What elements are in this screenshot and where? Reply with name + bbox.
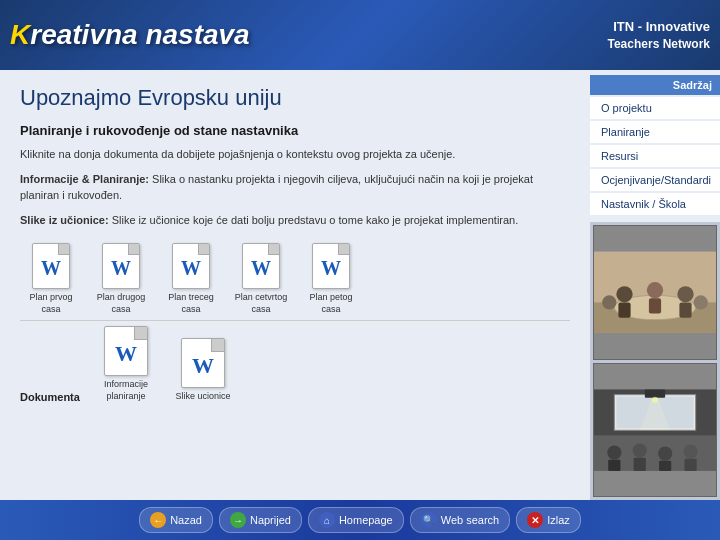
- itn-network: Network: [659, 37, 710, 51]
- itn-logo: ITN - Innovative Teachers Network: [608, 18, 711, 53]
- doc-icon-2: W: [102, 243, 140, 289]
- home-icon: ⌂: [319, 512, 335, 528]
- nav-item-planiranje[interactable]: Planiranje: [590, 121, 720, 143]
- doc-item-4[interactable]: W Plan cetvrtog casa: [230, 243, 292, 315]
- doc-label-2: Plan drugog casa: [90, 292, 152, 315]
- doc-label-4: Plan cetvrtog casa: [230, 292, 292, 315]
- section-heading: Planiranje i rukovođenje od stane nastav…: [20, 123, 570, 138]
- svg-rect-8: [679, 302, 691, 317]
- svg-point-10: [694, 295, 708, 309]
- svg-rect-16: [645, 389, 665, 397]
- doc-item-1[interactable]: W Plan prvog casa: [20, 243, 82, 315]
- desc2: Informacije & Planiranje: Slika o nastan…: [20, 171, 570, 204]
- back-button[interactable]: ← Nazad: [139, 507, 213, 533]
- desc3-label: Slike iz učionice:: [20, 214, 109, 226]
- classroom-svg-2: [594, 364, 716, 497]
- doc-icon-4: W: [242, 243, 280, 289]
- svg-point-9: [602, 295, 616, 309]
- exit-button[interactable]: ✕ Izlaz: [516, 507, 581, 533]
- nav-item-resursi[interactable]: Resursi: [590, 145, 720, 167]
- info-doc[interactable]: W Informacije planiranje: [95, 326, 157, 402]
- dokumenta-label: Dokumenta: [20, 391, 80, 403]
- itn-teachers: Teachers: [608, 37, 660, 51]
- docs-row: W Plan prvog casa W Plan drugog casa W P…: [20, 243, 570, 315]
- photo-area: [590, 222, 720, 500]
- photo-thumb-1: [593, 225, 717, 360]
- footer: ← Nazad → Naprijed ⌂ Homepage 🔍 Web sear…: [0, 500, 720, 540]
- back-icon: ←: [150, 512, 166, 528]
- header: Kreativna nastava ITN - Innovative Teach…: [0, 0, 720, 70]
- forward-icon: →: [230, 512, 246, 528]
- svg-point-17: [607, 445, 621, 459]
- search-label: Web search: [441, 514, 500, 526]
- bottom-section: Dokumenta W Informacije planiranje W Sli…: [20, 320, 570, 402]
- nav-item-o-projektu[interactable]: O projektu: [590, 97, 720, 119]
- exit-icon: ✕: [527, 512, 543, 528]
- forward-label: Naprijed: [250, 514, 291, 526]
- slike-doc-label: Slike ucionice: [175, 391, 230, 403]
- doc-item-5[interactable]: W Plan petog casa: [300, 243, 362, 315]
- svg-point-5: [647, 282, 663, 298]
- nav-header: Sadržaj: [590, 75, 720, 95]
- info-doc-label: Informacije planiranje: [95, 379, 157, 402]
- right-sidebar: Sadržaj O projektu Planiranje Resursi Oc…: [590, 70, 720, 500]
- svg-point-3: [616, 286, 632, 302]
- svg-rect-4: [618, 302, 630, 317]
- svg-rect-22: [659, 460, 671, 470]
- svg-rect-6: [649, 298, 661, 313]
- slike-doc[interactable]: W Slike ucionice: [172, 338, 234, 403]
- back-label: Nazad: [170, 514, 202, 526]
- info-doc-icon: W: [104, 326, 148, 376]
- doc-icon-3: W: [172, 243, 210, 289]
- home-button[interactable]: ⌂ Homepage: [308, 507, 404, 533]
- doc-label-1: Plan prvog casa: [20, 292, 82, 315]
- doc-label-3: Plan treceg casa: [160, 292, 222, 315]
- nav-item-nastavnik[interactable]: Nastavnik / Škola: [590, 193, 720, 215]
- nav-item-ocjenjivanje[interactable]: Ocjenjivanje/Standardi: [590, 169, 720, 191]
- nav-menu: Sadržaj O projektu Planiranje Resursi Oc…: [590, 70, 720, 222]
- logo-text: Kreativna nastava: [10, 19, 250, 51]
- desc3: Slike iz učionice: Slike iz učionice koj…: [20, 212, 570, 229]
- itn-subtitle: Teachers Network: [608, 36, 711, 53]
- logo: Kreativna nastava: [10, 19, 250, 51]
- page-title: Upoznajmo Evropsku uniju: [20, 85, 570, 111]
- search-icon: 🔍: [421, 512, 437, 528]
- svg-point-7: [677, 286, 693, 302]
- slike-doc-icon: W: [181, 338, 225, 388]
- svg-point-19: [633, 443, 647, 457]
- itn-title: ITN - Innovative: [608, 18, 711, 36]
- doc-item-3[interactable]: W Plan treceg casa: [160, 243, 222, 315]
- desc2-label: Informacije & Planiranje:: [20, 173, 149, 185]
- content-panel: Upoznajmo Evropsku uniju Planiranje i ru…: [0, 70, 590, 500]
- exit-label: Izlaz: [547, 514, 570, 526]
- doc-icon-1: W: [32, 243, 70, 289]
- classroom-svg-1: [594, 226, 716, 359]
- desc3-text: Slike iz učionice koje će dati bolju pre…: [109, 214, 519, 226]
- search-button[interactable]: 🔍 Web search: [410, 507, 511, 533]
- home-label: Homepage: [339, 514, 393, 526]
- doc-icon-5: W: [312, 243, 350, 289]
- forward-button[interactable]: → Naprijed: [219, 507, 302, 533]
- svg-rect-24: [684, 458, 696, 470]
- doc-item-2[interactable]: W Plan drugog casa: [90, 243, 152, 315]
- svg-rect-18: [608, 459, 620, 470]
- svg-point-21: [658, 446, 672, 460]
- doc-label-5: Plan petog casa: [300, 292, 362, 315]
- svg-point-25: [652, 396, 658, 402]
- photo-thumb-2: [593, 363, 717, 498]
- main-area: Upoznajmo Evropsku uniju Planiranje i ru…: [0, 70, 720, 500]
- svg-rect-20: [634, 457, 646, 470]
- svg-point-23: [683, 444, 697, 458]
- desc1: Kliknite na donja dokumenta da dobijete …: [20, 146, 570, 163]
